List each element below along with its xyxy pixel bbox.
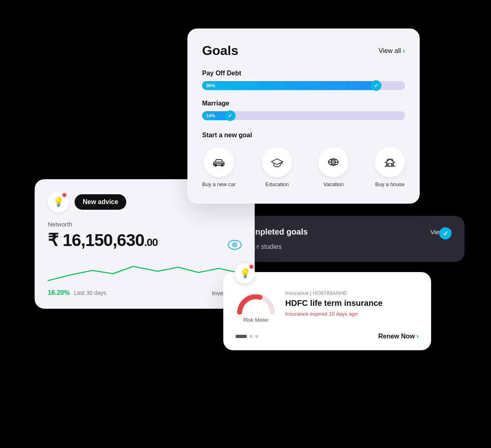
networth-value: ₹ 16,150,630.00 <box>48 230 242 250</box>
insurance-bulb-icon: 💡 <box>240 268 251 279</box>
insurance-footer: Renew Now › <box>236 332 419 340</box>
new-advice-badge[interactable]: New advice <box>75 194 126 210</box>
advice-notification-dot <box>62 193 66 197</box>
car-icon <box>211 155 226 169</box>
goal-icon-house[interactable]: Buy a house <box>375 147 405 187</box>
goal-icon-circle-vacation <box>318 147 348 177</box>
networth-whole: ₹ 16,150,630 <box>48 231 144 250</box>
pagination-dot-active <box>236 335 247 338</box>
pagination-dot-2 <box>249 335 253 338</box>
goal-icon-vacation[interactable]: Vacation <box>318 147 348 187</box>
goal-label-education: Education <box>265 181 289 187</box>
goal-icon-car[interactable]: Buy a new car <box>202 147 236 187</box>
progress-check-debt: ✓ <box>371 80 381 91</box>
renew-chevron-icon: › <box>416 332 419 340</box>
svg-rect-5 <box>387 164 388 165</box>
progress-check-marriage: ✓ <box>225 110 236 121</box>
insurance-card-icon: 💡 <box>235 263 255 283</box>
house-icon <box>383 155 397 169</box>
progress-label-debt: 86% <box>206 83 215 88</box>
goal-item-marriage: Marriage 14% ✓ <box>202 100 405 120</box>
insurance-notification-dot <box>249 265 253 269</box>
advice-icon-circle: 💡 <box>48 191 69 213</box>
start-new-goal-label: Start a new goal <box>202 132 405 139</box>
svg-rect-4 <box>388 163 392 166</box>
risk-meter-label: Risk Meter <box>243 317 269 323</box>
goal-label-marriage: Marriage <box>202 100 405 107</box>
insurance-expired-text: Insurance expired 10 days ago <box>285 311 419 317</box>
goal-item-debt: Pay Off Debt 86% ✓ <box>202 70 405 90</box>
goals-header: Goals View all › <box>202 43 405 58</box>
completed-goals-card: Cnpleted goals View all For studies ✓ <box>236 216 465 262</box>
goals-view-all-button[interactable]: View all › <box>379 46 405 55</box>
progress-track-debt: 86% ✓ <box>202 81 405 90</box>
goal-icon-circle-house <box>375 147 405 177</box>
insurance-info: Insurance | HO8789ANH0 HDFC life term in… <box>285 290 419 317</box>
pagination-dots <box>236 335 258 338</box>
bulb-icon: 💡 <box>53 197 64 207</box>
networth-decimal: .00 <box>144 236 158 248</box>
vacation-icon <box>326 155 341 169</box>
completed-check-icon: ✓ <box>439 227 451 239</box>
eye-icon <box>228 239 242 250</box>
eye-icon-button[interactable] <box>228 239 242 252</box>
goal-label-house: Buy a house <box>375 181 405 187</box>
progress-fill-marriage: 14% ✓ <box>202 111 231 120</box>
completed-goal-item: For studies <box>249 243 451 250</box>
view-all-chevron-icon: › <box>403 46 405 55</box>
goal-icon-circle-education <box>262 147 292 177</box>
renew-now-button[interactable]: Renew Now › <box>378 332 419 340</box>
networth-footer: 16.20% Last 30 days Investment <box>48 289 242 296</box>
risk-meter-container: Risk Meter <box>236 290 276 323</box>
goal-icon-circle-car <box>204 147 234 177</box>
networth-chart <box>48 258 242 283</box>
education-icon <box>270 155 284 169</box>
goal-label-vacation: Vacation <box>324 181 344 187</box>
progress-fill-debt: 86% ✓ <box>202 81 377 90</box>
goal-label-car: Buy a new car <box>202 181 236 187</box>
chart-svg <box>48 258 243 283</box>
progress-track-marriage: 14% ✓ <box>202 111 405 120</box>
completed-goals-header: Cnpleted goals View all <box>249 227 451 237</box>
svg-point-9 <box>234 244 236 246</box>
goal-icon-education[interactable]: Education <box>262 147 292 187</box>
insurance-name: HDFC life term insurance <box>285 298 419 308</box>
svg-rect-6 <box>392 164 393 165</box>
growth-percentage: 16.20% <box>48 289 70 296</box>
completed-goals-title: Cnpleted goals <box>249 227 308 237</box>
goals-title: Goals <box>202 43 238 58</box>
start-new-goal-section: Start a new goal Buy a new car <box>202 132 405 187</box>
insurance-top-row: Risk Meter Insurance | HO8789ANH0 HDFC l… <box>236 290 419 323</box>
growth-info: 16.20% Last 30 days <box>48 289 106 296</box>
progress-label-marriage: 14% <box>206 113 215 118</box>
pagination-dot-3 <box>255 335 258 338</box>
risk-meter-svg <box>236 290 276 314</box>
renew-label: Renew Now <box>378 333 415 340</box>
goal-icons-row: Buy a new car Education <box>202 147 405 187</box>
insurance-meta: Insurance | HO8789ANH0 <box>285 290 419 296</box>
networth-label: Networth <box>48 221 242 228</box>
insurance-content: Risk Meter Insurance | HO8789ANH0 HDFC l… <box>236 290 419 323</box>
goals-card: Goals View all › Pay Off Debt 86% ✓ Marr… <box>187 29 420 204</box>
goal-label-debt: Pay Off Debt <box>202 70 405 77</box>
growth-period: Last 30 days <box>74 290 106 296</box>
insurance-card: 💡 Risk Meter Insurance | HO8789ANH0 HDFC… <box>223 272 431 350</box>
